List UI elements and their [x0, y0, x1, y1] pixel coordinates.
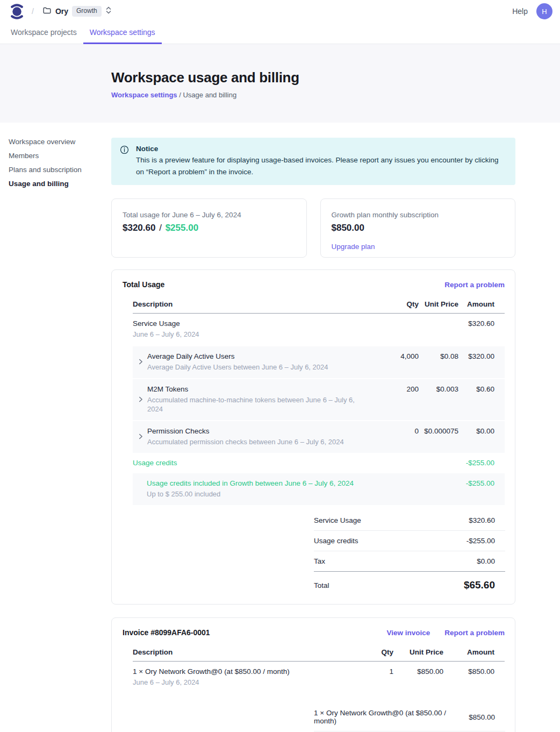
- included-credit-amount: $255.00: [166, 223, 198, 233]
- usage-table-header: Description Qty Unit Price Amount: [133, 296, 505, 314]
- invoice-line-row: 1 × Ory Network Growth@0 (at $850.00 / m…: [133, 662, 505, 693]
- total-usage-panel: Total Usage Report a problem Description…: [111, 269, 515, 605]
- invoice-title: Invoice #8099AFA6-0001: [123, 628, 210, 637]
- subscription-card: Growth plan monthly subscription $850.00…: [320, 198, 516, 258]
- upgrade-plan-link[interactable]: Upgrade plan: [332, 243, 505, 251]
- notice-title: Notice: [136, 145, 507, 153]
- summary-row: Service Usage $320.60: [314, 510, 505, 531]
- sidebar-item-members[interactable]: Members: [9, 152, 103, 159]
- info-icon: [120, 145, 129, 177]
- usage-total-amount: $65.60: [464, 579, 505, 591]
- invoice-table-header: Description Qty Unit Price Amount: [133, 644, 505, 662]
- user-avatar[interactable]: H: [536, 3, 552, 19]
- path-separator: /: [32, 7, 34, 16]
- chevron-right-icon[interactable]: [138, 385, 147, 414]
- chevron-right-icon[interactable]: [138, 427, 147, 446]
- help-link[interactable]: Help: [512, 7, 528, 16]
- summary-row-tax: Tax $0.00: [314, 551, 505, 572]
- workspace-switcher[interactable]: Ory Growth: [42, 6, 112, 17]
- usage-panel-title: Total Usage: [123, 280, 164, 289]
- subscription-card-label: Growth plan monthly subscription: [332, 211, 505, 219]
- tab-workspace-settings[interactable]: Workspace settings: [83, 23, 162, 44]
- total-usage-card-label: Total usage for June 6 – July 6, 2024: [123, 211, 296, 219]
- invoice-panel: Invoice #8099AFA6-0001 View invoice Repo…: [111, 617, 515, 732]
- ory-logo-icon[interactable]: [10, 3, 24, 20]
- table-row-expandable[interactable]: Average Daily Active Users Average Daily…: [133, 346, 505, 378]
- folder-icon: [42, 6, 52, 17]
- invoice-summary: 1 × Ory Network Growth@0 (at $850.00 / m…: [314, 703, 505, 732]
- page-header: Workspace usage and billing Workspace se…: [0, 44, 560, 123]
- table-row-expandable[interactable]: Permission Checks Accumulated permission…: [133, 421, 505, 453]
- usage-amount: $320.60: [123, 223, 155, 233]
- sidebar-item-workspace-overview[interactable]: Workspace overview: [9, 138, 103, 145]
- breadcrumb-current: Usage and billing: [183, 91, 236, 99]
- invoice-report-problem-link[interactable]: Report a problem: [444, 629, 505, 637]
- subscription-card-value: $850.00: [332, 223, 505, 233]
- chevron-right-icon[interactable]: [138, 352, 147, 372]
- table-row-expandable[interactable]: M2M Tokens Accumulated machine-to-machin…: [133, 379, 505, 420]
- total-usage-card-value: $320.60 / $255.00: [123, 223, 296, 233]
- tab-workspace-projects[interactable]: Workspace projects: [4, 23, 83, 44]
- usage-report-problem-link[interactable]: Report a problem: [444, 281, 505, 289]
- top-bar: / Ory Growth Help H: [0, 0, 560, 23]
- usage-summary: Service Usage $320.60 Usage credits -$25…: [314, 510, 505, 596]
- breadcrumb-parent-link[interactable]: Workspace settings: [111, 91, 177, 99]
- workspace-plan-badge: Growth: [72, 6, 102, 16]
- summary-row: 1 × Ory Network Growth@0 (at $850.00 / m…: [314, 703, 505, 731]
- summary-row: Usage credits -$255.00: [314, 531, 505, 551]
- view-invoice-link[interactable]: View invoice: [386, 629, 430, 637]
- workspace-tabbar: Workspace projects Workspace settings: [0, 23, 560, 44]
- sidebar-item-usage-billing[interactable]: Usage and billing: [9, 180, 103, 187]
- settings-sidebar: Workspace overview Members Plans and sub…: [9, 138, 103, 194]
- breadcrumb: Workspace settings / Usage and billing: [111, 91, 560, 99]
- page-title: Workspace usage and billing: [111, 69, 560, 86]
- preview-notice: Notice This is a preview feature for dis…: [111, 138, 515, 185]
- usage-credits-row: Usage credits -$255.00: [133, 453, 505, 472]
- total-usage-card: Total usage for June 6 – July 6, 2024 $3…: [111, 198, 307, 258]
- chevron-updown-icon[interactable]: [105, 6, 112, 17]
- usage-total-row: Total $65.60: [314, 572, 505, 596]
- notice-body: This is a preview feature for displaying…: [136, 154, 507, 177]
- sidebar-item-plans-subscription[interactable]: Plans and subscription: [9, 166, 103, 173]
- usage-credit-detail-row: Usage credits included in Growth between…: [133, 473, 505, 505]
- table-row: Service Usage June 6 – July 6, 2024 $320…: [133, 314, 505, 345]
- workspace-name: Ory: [55, 7, 68, 16]
